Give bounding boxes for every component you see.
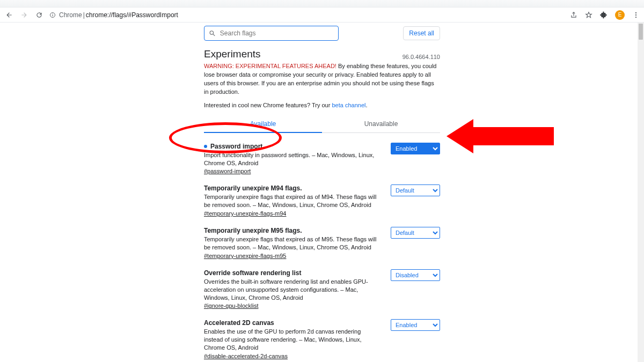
tab-unavailable[interactable]: Unavailable: [322, 116, 440, 132]
flag-title-text: Temporarily unexpire M94 flags.: [204, 184, 302, 192]
flag-hash-link[interactable]: #disable-accelerated-2d-canvas: [204, 353, 288, 359]
url-separator: |: [83, 11, 85, 19]
flag-title: Password import: [204, 143, 380, 150]
svg-point-5: [635, 16, 636, 17]
flag-row: Temporarily unexpire M95 flags.Temporari…: [204, 217, 440, 260]
flag-title-text: Accelerated 2D canvas: [204, 319, 274, 327]
annotation-arrow-head: [447, 119, 473, 153]
flag-main: Temporarily unexpire M95 flags.Temporari…: [204, 227, 380, 260]
flag-row: Select HW overlay strategiesSelect strat…: [204, 360, 440, 362]
reload-button[interactable]: [34, 10, 44, 20]
flag-row: Temporarily unexpire M94 flags.Temporari…: [204, 175, 440, 217]
flag-hash-link[interactable]: #temporary-unexpire-flags-m94: [204, 210, 286, 217]
flag-state-select[interactable]: Enabled: [391, 143, 440, 154]
flag-main: Accelerated 2D canvasEnables the use of …: [204, 319, 380, 360]
page-body: Reset all Experiments 96.0.4664.110 WARN…: [0, 23, 644, 362]
scrollbar-thumb[interactable]: [639, 24, 643, 40]
flag-state-select[interactable]: Enabled: [391, 319, 440, 331]
forward-button[interactable]: [19, 10, 29, 20]
flag-description: Enables the use of the GPU to perform 2d…: [204, 328, 380, 352]
avatar-letter: E: [618, 12, 622, 18]
address-bar[interactable]: Chrome | chrome://flags/#PasswordImport: [49, 11, 565, 19]
kebab-menu-icon[interactable]: [632, 11, 640, 19]
search-box[interactable]: [204, 26, 339, 41]
reload-icon: [35, 11, 43, 19]
back-button[interactable]: [4, 10, 14, 20]
reset-all-button[interactable]: Reset all: [403, 26, 440, 40]
tabs: Available Unavailable: [204, 116, 440, 133]
extensions-icon[interactable]: [600, 11, 608, 19]
flags-list: Password importImport functionality in p…: [204, 133, 440, 362]
flag-select-wrap: Enabled: [391, 143, 440, 154]
tab-available[interactable]: Available: [204, 116, 322, 133]
flag-title-text: Password import: [210, 143, 262, 150]
beta-channel-link[interactable]: beta channel: [332, 102, 365, 108]
svg-point-6: [210, 31, 213, 34]
flag-select-wrap: Default: [391, 184, 440, 196]
beta-channel-note: Interested in cool new Chrome features? …: [204, 102, 440, 108]
scrollbar-track[interactable]: [638, 23, 644, 362]
flag-title: Accelerated 2D canvas: [204, 319, 380, 327]
flag-hash-link[interactable]: #temporary-unexpire-flags-m95: [204, 253, 286, 259]
search-input[interactable]: [219, 29, 334, 38]
flag-state-select[interactable]: Disabled: [391, 269, 440, 281]
flag-main: Temporarily unexpire M94 flags.Temporari…: [204, 184, 380, 217]
svg-line-7: [213, 34, 215, 36]
window-chrome-top: [0, 0, 644, 8]
svg-rect-1: [53, 14, 53, 17]
flag-description: Temporarily unexpire flags that expired …: [204, 193, 380, 209]
flag-hash-link[interactable]: #ignore-gpu-blocklist: [204, 302, 259, 309]
highlight-dot-icon: [204, 145, 207, 148]
flag-description: Overrides the built-in software renderin…: [204, 278, 380, 302]
search-icon: [209, 29, 216, 37]
flag-main: Override software rendering listOverride…: [204, 269, 380, 310]
flags-content: Reset all Experiments 96.0.4664.110 WARN…: [204, 26, 440, 362]
flag-title-text: Override software rendering list: [204, 269, 301, 277]
flag-state-select[interactable]: Default: [391, 227, 440, 239]
flag-select-wrap: Disabled: [391, 269, 440, 281]
svg-point-4: [635, 14, 636, 15]
flag-state-select[interactable]: Default: [391, 184, 440, 196]
url-text: chrome://flags/#PasswordImport: [86, 11, 178, 19]
address-bar-row: Chrome | chrome://flags/#PasswordImport …: [0, 8, 644, 23]
arrow-left-icon: [5, 11, 13, 19]
profile-avatar[interactable]: E: [615, 10, 625, 20]
svg-rect-2: [53, 13, 53, 14]
bookmark-star-icon[interactable]: [585, 11, 592, 19]
flag-title: Temporarily unexpire M94 flags.: [204, 184, 380, 192]
flag-title-text: Temporarily unexpire M95 flags.: [204, 227, 302, 234]
flag-title: Temporarily unexpire M95 flags.: [204, 227, 380, 234]
flag-title: Override software rendering list: [204, 269, 380, 277]
flag-row: Password importImport functionality in p…: [204, 133, 440, 175]
flag-description: Temporarily unexpire flags that expired …: [204, 235, 380, 252]
flag-description: Import functionality in password setting…: [204, 151, 380, 167]
url-prefix: Chrome: [59, 11, 82, 19]
annotation-arrow-body: [473, 127, 554, 145]
flag-select-wrap: Default: [391, 227, 440, 239]
flag-main: Password importImport functionality in p…: [204, 143, 380, 175]
share-icon[interactable]: [570, 11, 577, 19]
warning-text: WARNING: EXPERIMENTAL FEATURES AHEAD! By…: [204, 62, 440, 97]
flag-row: Override software rendering listOverride…: [204, 260, 440, 310]
warning-red: WARNING: EXPERIMENTAL FEATURES AHEAD!: [204, 63, 336, 69]
svg-point-3: [635, 12, 636, 13]
arrow-right-icon: [20, 11, 28, 19]
flag-hash-link[interactable]: #password-import: [204, 168, 251, 174]
interested-pre: Interested in cool new Chrome features? …: [204, 102, 332, 108]
flag-row: Accelerated 2D canvasEnables the use of …: [204, 309, 440, 360]
version-text: 96.0.4664.110: [402, 54, 440, 60]
flag-select-wrap: Enabled: [391, 319, 440, 331]
site-info-icon: [49, 12, 56, 18]
